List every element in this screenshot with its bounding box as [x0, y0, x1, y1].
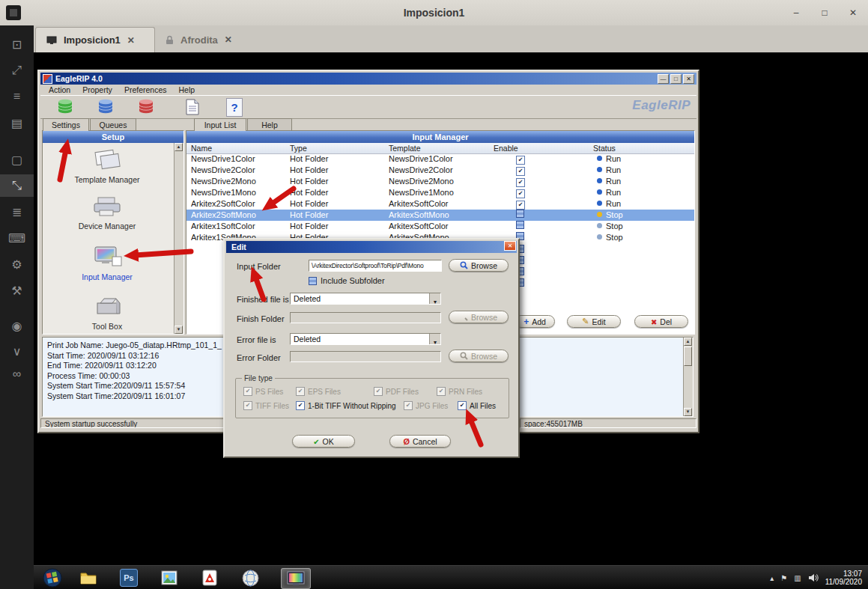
- minimize-button[interactable]: –: [790, 7, 802, 19]
- dynamic-resolution-icon[interactable]: ▢: [0, 148, 34, 171]
- help-icon[interactable]: ?: [225, 97, 244, 117]
- move-icon[interactable]: ⊡: [0, 33, 34, 55]
- setup-item-input-manager[interactable]: Input Manager: [43, 245, 172, 281]
- tab-help[interactable]: Help: [247, 118, 292, 130]
- collapse-icon[interactable]: ∨: [0, 340, 34, 362]
- menu-preferences[interactable]: Preferences: [119, 85, 172, 95]
- menu-icon[interactable]: ≡: [0, 85, 34, 108]
- enable-checkbox[interactable]: [516, 210, 524, 218]
- notification-icon[interactable]: ⚑: [780, 574, 787, 582]
- filetype-pdf-files[interactable]: PDF Files: [374, 387, 419, 396]
- table-row[interactable]: Arkitex1SoftColor Hot Folder ArkitexSoft…: [186, 221, 694, 232]
- tab-input-list[interactable]: Input List: [194, 118, 246, 131]
- error-file-select[interactable]: Deleted: [290, 333, 441, 345]
- stop-input-icon[interactable]: [136, 97, 156, 117]
- col-status[interactable]: Status: [593, 143, 616, 153]
- scrollbar-thumb[interactable]: [684, 347, 692, 366]
- col-type[interactable]: Type: [290, 143, 307, 153]
- tab-imposicion1[interactable]: Imposicion1 ✕: [35, 27, 155, 52]
- enable-checkbox[interactable]: [516, 221, 524, 229]
- close-button[interactable]: ✕: [504, 241, 516, 251]
- filetype-jpg-files[interactable]: JPG Files: [404, 401, 448, 410]
- browse-input-folder-button[interactable]: Browse: [449, 259, 509, 272]
- minimize-button[interactable]: —: [658, 74, 669, 84]
- tab-afrodita[interactable]: Afrodita ✕: [155, 27, 257, 52]
- menu-help[interactable]: Help: [174, 85, 201, 95]
- menubar: Action Property Preferences Help: [40, 85, 696, 95]
- table-row[interactable]: NewsDrive1Color Hot Folder NewsDrive1Col…: [186, 153, 694, 165]
- menu-property[interactable]: Property: [77, 85, 118, 95]
- table-row[interactable]: NewsDrive2Color Hot Folder NewsDrive2Col…: [186, 165, 694, 176]
- tools-icon[interactable]: ⚒: [0, 279, 34, 302]
- dropdown-arrow-icon[interactable]: [429, 293, 440, 304]
- filetype-ps-files[interactable]: PS Files: [243, 387, 283, 396]
- include-subfolder-checkbox[interactable]: Include Subfolder: [309, 276, 385, 285]
- enable-checkbox[interactable]: [516, 189, 525, 198]
- setup-item-tool-box[interactable]: Tool Box: [43, 294, 172, 331]
- setup-scrollbar[interactable]: ▲ ▼: [174, 143, 183, 334]
- screenshot-icon[interactable]: ◉: [0, 314, 34, 337]
- browser-button[interactable]: [239, 568, 261, 588]
- display-icon[interactable]: ▥: [794, 574, 801, 582]
- edit-dialog-titlebar[interactable]: Edit: [226, 241, 517, 253]
- filetype-eps-files[interactable]: EPS Files: [296, 387, 341, 396]
- start-input-icon[interactable]: [55, 97, 75, 117]
- image-viewer-button[interactable]: [158, 568, 180, 588]
- panel-toggle-icon[interactable]: ▤: [0, 112, 34, 134]
- cancel-button[interactable]: Cancel: [389, 435, 451, 448]
- menu-action[interactable]: Action: [43, 85, 76, 95]
- table-row-selected[interactable]: Arkitex2SoftMono Hot Folder ArkitexSoftM…: [186, 210, 694, 221]
- volume-icon[interactable]: [808, 573, 819, 582]
- maximize-button[interactable]: □: [819, 7, 831, 19]
- input-manager-icon[interactable]: [96, 97, 115, 117]
- preferences-icon[interactable]: ⚙: [0, 253, 34, 275]
- dropdown-arrow-icon[interactable]: [429, 334, 440, 344]
- pdf-reader-button[interactable]: [198, 568, 221, 588]
- enable-checkbox[interactable]: [516, 178, 525, 187]
- enable-checkbox[interactable]: [516, 167, 525, 176]
- grab-icon[interactable]: ≣: [0, 201, 34, 223]
- taskbar-clock[interactable]: 13:07 11/09/2020: [825, 570, 862, 587]
- tab-close-icon[interactable]: ✕: [127, 35, 135, 46]
- photoshop-button[interactable]: Ps: [118, 568, 140, 588]
- fullscreen-icon[interactable]: ⤢: [0, 59, 34, 82]
- finished-file-select[interactable]: Deleted: [290, 293, 441, 305]
- document-icon[interactable]: [183, 97, 202, 117]
- filetype-1bit-tiff[interactable]: 1-Bit TIFF Without Ripping: [296, 401, 396, 410]
- edit-button[interactable]: Edit: [567, 315, 621, 328]
- eaglerip-taskbar-button[interactable]: [281, 568, 311, 589]
- scale-icon[interactable]: ⤡: [0, 174, 34, 197]
- table-row[interactable]: NewsDrive1Mono Hot Folder NewsDrive1Mono…: [186, 187, 694, 198]
- eaglerip-titlebar[interactable]: EagleRIP 4.0 — □ ✕: [40, 73, 696, 85]
- input-folder-field[interactable]: \ArkitexDirector\Softproof\ToRip\Pdf\Mon…: [309, 260, 442, 272]
- tab-close-icon[interactable]: ✕: [225, 34, 232, 45]
- filetype-prn-files[interactable]: PRN Files: [437, 387, 482, 396]
- enable-checkbox[interactable]: [516, 201, 525, 210]
- tab-queues[interactable]: Queues: [90, 118, 136, 130]
- enable-checkbox[interactable]: [516, 156, 525, 165]
- col-template[interactable]: Template: [389, 143, 421, 153]
- setup-item-device-manager[interactable]: Device Manager: [43, 195, 172, 231]
- start-button[interactable]: [41, 568, 64, 588]
- close-button[interactable]: ✕: [847, 7, 859, 19]
- table-row[interactable]: NewsDrive2Mono Hot Folder NewsDrive2Mono…: [186, 176, 694, 187]
- del-button[interactable]: Del: [634, 315, 688, 328]
- ok-button[interactable]: OK: [292, 435, 355, 448]
- remote-desktop: EagleRIP 4.0 — □ ✕ Action Property Prefe…: [34, 52, 868, 565]
- col-enable[interactable]: Enable: [494, 143, 518, 153]
- filetype-tiff-files[interactable]: TIFF Files: [243, 401, 289, 410]
- log-scrollbar[interactable]: ▲ ▼: [683, 338, 693, 416]
- maximize-button[interactable]: □: [670, 74, 682, 84]
- tray-expand-icon[interactable]: ▴: [770, 574, 774, 582]
- add-button[interactable]: Add: [515, 315, 555, 328]
- col-name[interactable]: Name: [191, 143, 212, 153]
- checkbox-icon: [458, 401, 467, 410]
- close-button[interactable]: ✕: [683, 74, 694, 84]
- setup-item-template-manager[interactable]: Template Manager: [43, 147, 172, 184]
- tab-settings[interactable]: Settings: [43, 118, 89, 131]
- filetype-all-files[interactable]: All Files: [458, 401, 496, 410]
- table-row[interactable]: Arkitex2SoftColor Hot Folder ArkitexSoft…: [186, 198, 694, 210]
- disconnect-icon[interactable]: ∞: [0, 363, 34, 385]
- keyboard-icon[interactable]: ⌨: [0, 227, 34, 249]
- explorer-button[interactable]: [77, 568, 100, 588]
